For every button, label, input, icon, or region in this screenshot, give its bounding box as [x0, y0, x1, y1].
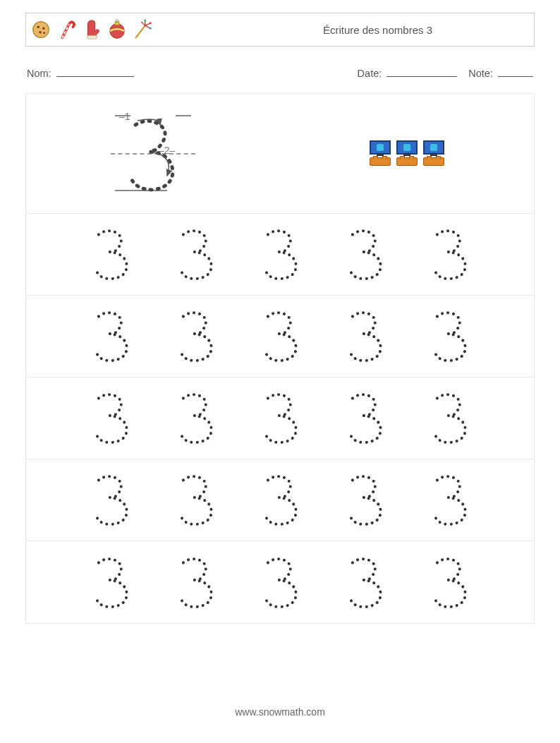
demo-row: –1 –2–	[26, 94, 534, 214]
traceable-digit[interactable]	[343, 308, 386, 363]
date-field: Date:	[358, 66, 458, 79]
traceable-digit[interactable]	[174, 555, 217, 610]
traceable-digit[interactable]	[428, 390, 470, 445]
traceable-digit[interactable]	[90, 555, 132, 610]
traceable-digit[interactable]	[343, 390, 386, 445]
traceable-digit[interactable]	[90, 226, 132, 282]
firework-icon	[132, 19, 153, 40]
traceable-digit[interactable]	[90, 390, 132, 445]
traceable-digit[interactable]	[90, 472, 132, 527]
traceable-digit[interactable]	[174, 390, 217, 445]
svg-point-15	[150, 22, 152, 24]
svg-line-9	[136, 25, 145, 37]
traceable-digit[interactable]	[174, 472, 217, 527]
big-three-outline	[111, 111, 195, 195]
svg-point-14	[144, 20, 146, 22]
traceable-digit[interactable]	[259, 472, 301, 527]
svg-point-4	[43, 32, 45, 34]
brick-icon	[370, 157, 391, 166]
name-label: Nom:	[27, 68, 51, 79]
footer-url: www.snowmath.com	[0, 706, 560, 718]
tv-icon	[423, 140, 444, 155]
candy-cane-icon	[56, 19, 77, 40]
note-field: Note:	[468, 66, 533, 79]
traceable-digit[interactable]	[428, 226, 470, 282]
header-icon-row	[29, 19, 153, 40]
traceable-digit[interactable]	[259, 226, 301, 282]
traceable-digit[interactable]	[259, 555, 301, 610]
traceable-digit[interactable]	[343, 472, 386, 527]
traceable-digit[interactable]	[259, 308, 301, 363]
name-blank[interactable]	[56, 66, 134, 77]
svg-point-2	[42, 27, 44, 29]
note-label: Note:	[468, 68, 493, 79]
name-field: Nom:	[27, 66, 134, 79]
traceable-digit[interactable]	[174, 226, 217, 282]
tv-icon	[396, 140, 418, 155]
brick-row	[370, 157, 444, 166]
tv-row	[370, 140, 444, 155]
traceable-digit[interactable]	[174, 308, 217, 363]
svg-point-16	[150, 28, 152, 30]
svg-rect-5	[87, 35, 97, 39]
svg-point-6	[110, 24, 125, 39]
worksheet-title: Écriture des nombres 3	[323, 24, 531, 36]
svg-point-0	[33, 22, 49, 38]
meta-row: Nom: Date: Note:	[27, 66, 533, 79]
traceable-digit[interactable]	[343, 226, 386, 282]
note-blank[interactable]	[498, 66, 533, 77]
cookie-icon	[30, 19, 51, 40]
practice-row	[26, 214, 534, 296]
worksheet-header: Écriture des nombres 3	[25, 13, 535, 47]
svg-point-3	[39, 31, 41, 33]
practice-area	[26, 214, 534, 623]
traceable-digit[interactable]	[428, 308, 470, 363]
traceable-digit[interactable]	[90, 308, 132, 363]
traceable-digit[interactable]	[428, 555, 470, 610]
practice-row	[26, 459, 534, 541]
brick-icon	[396, 157, 418, 166]
tv-icon	[370, 140, 391, 155]
practice-row	[26, 296, 534, 377]
brick-icon	[423, 157, 444, 166]
traceable-digit[interactable]	[259, 390, 301, 445]
worksheet-body: –1 –2–	[25, 93, 535, 624]
counting-cell	[280, 94, 534, 213]
practice-row	[26, 541, 534, 623]
practice-row	[26, 377, 534, 459]
traceable-digit[interactable]	[343, 555, 386, 610]
stroke-order-cell: –1 –2–	[26, 94, 280, 213]
date-blank[interactable]	[386, 66, 457, 77]
date-label: Date:	[358, 68, 382, 79]
bauble-icon	[106, 19, 128, 40]
svg-line-13	[141, 22, 145, 26]
mitten-icon	[81, 19, 102, 40]
svg-point-1	[37, 26, 39, 28]
traceable-digit[interactable]	[428, 472, 470, 527]
